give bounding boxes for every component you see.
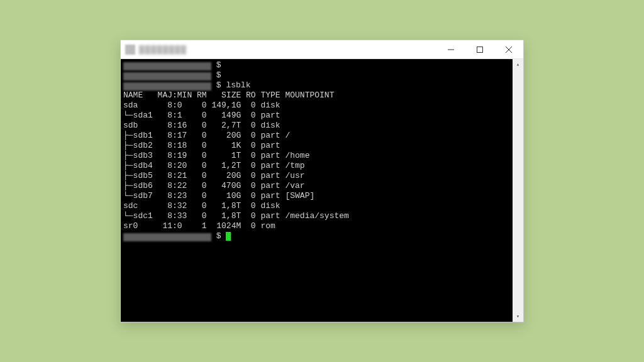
prompt-symbol: $ — [216, 60, 221, 70]
scroll-down-icon[interactable]: ▾ — [513, 311, 523, 322]
maximize-button[interactable] — [465, 40, 494, 59]
lsblk-row: ├─sdb2 8:18 0 1K 0 part — [123, 141, 285, 150]
lsblk-row: ├─sdb3 8:19 0 1T 0 part /home — [123, 151, 309, 160]
prompt-symbol: $ — [216, 80, 221, 90]
prompt-symbol: $ — [216, 231, 221, 241]
lsblk-row: sda 8:0 0 149,1G 0 disk — [123, 101, 285, 110]
app-icon — [125, 45, 135, 55]
window-title: ████████ — [139, 45, 187, 54]
lsblk-row: sdb 8:16 0 2,7T 0 disk — [123, 121, 285, 130]
window-titlebar[interactable]: ████████ — [121, 40, 523, 59]
close-icon — [506, 47, 512, 53]
svg-rect-1 — [477, 47, 483, 52]
prompt-line: $ — [123, 70, 221, 80]
lsblk-row: ├─sdb5 8:21 0 20G 0 part /usr — [123, 171, 305, 180]
vertical-scrollbar[interactable]: ▴ ▾ — [513, 59, 523, 322]
prompt-line: $ — [123, 231, 231, 241]
prompt-symbol: $ — [216, 70, 221, 80]
maximize-icon — [477, 47, 483, 53]
minimize-button[interactable] — [436, 40, 465, 59]
lsblk-header: NAME MAJ:MIN RM SIZE RO TYPE MOUNTPOINT — [123, 90, 334, 100]
scroll-up-icon[interactable]: ▴ — [513, 59, 523, 70]
lsblk-row: sr0 11:0 1 1024M 0 rom — [123, 221, 285, 231]
lsblk-row: ├─sdb6 8:22 0 470G 0 part /var — [123, 181, 305, 190]
cursor — [226, 232, 231, 241]
lsblk-row: ├─sdb1 8:17 0 20G 0 part / — [123, 131, 290, 140]
lsblk-row: ├─sdb4 8:20 0 1,2T 0 part /tmp — [123, 161, 305, 170]
lsblk-row: └─sda1 8:1 0 149G 0 part — [123, 111, 285, 120]
command-text: lsblk — [226, 80, 250, 90]
close-button[interactable] — [494, 40, 523, 59]
minimize-icon — [448, 47, 454, 53]
prompt-line: $ lsblk — [123, 80, 250, 90]
terminal-output[interactable]: $ $ $ lsblk NAME MAJ:MIN RM SIZE RO TYPE… — [121, 59, 513, 322]
lsblk-row: sdc 8:32 0 1,8T 0 disk — [123, 201, 285, 211]
prompt-line: $ — [123, 60, 221, 70]
lsblk-row: └─sdb7 8:23 0 10G 0 part [SWAP] — [123, 191, 314, 200]
lsblk-row: └─sdc1 8:33 0 1,8T 0 part /media/system — [123, 211, 349, 221]
terminal-window: ████████ $ $ $ lsblk NAME MAJ:MIN RM SIZ… — [120, 40, 524, 322]
